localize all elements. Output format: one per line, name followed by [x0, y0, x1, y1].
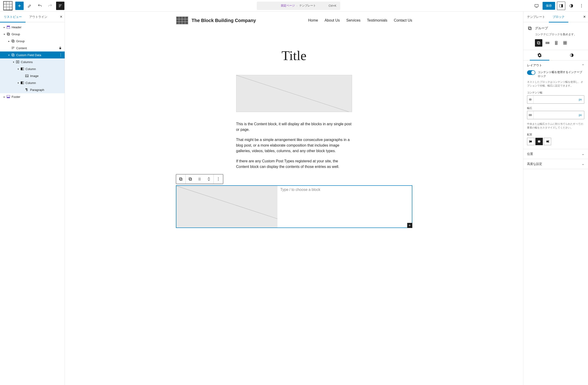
svg-rect-36 [7, 95, 10, 97]
settings-sidebar-toggle[interactable] [557, 2, 565, 10]
document-overview-button[interactable] [56, 2, 64, 10]
content-width-input[interactable] [534, 95, 576, 103]
image-placeholder[interactable] [176, 186, 278, 227]
grid-icon [563, 41, 567, 45]
tree-item-content[interactable]: Content [0, 45, 65, 51]
svg-rect-55 [546, 42, 547, 44]
view-button[interactable] [532, 2, 541, 10]
justify-left-button[interactable] [527, 138, 534, 145]
block-info-section: グループ コンテナにブロックを集めます。 [523, 22, 588, 50]
close-settings-button[interactable]: × [583, 14, 586, 19]
group-icon [11, 53, 15, 57]
tree-item-footer[interactable]: ▸ Footer [0, 93, 65, 100]
block-inserter-button[interactable] [15, 2, 24, 10]
sub-tab-settings[interactable] [523, 50, 556, 60]
more-vertical-icon[interactable] [59, 53, 63, 57]
tree-item-paragraph[interactable]: Paragraph [0, 86, 65, 93]
svg-rect-25 [12, 54, 14, 56]
chevron-down-icon: ▾ [12, 61, 15, 63]
save-button[interactable]: 保存 [543, 2, 555, 10]
svg-rect-61 [564, 41, 565, 43]
svg-rect-35 [22, 82, 24, 84]
svg-rect-24 [12, 54, 14, 56]
sub-tab-styles[interactable] [556, 50, 588, 60]
selected-group-block[interactable]: Type / to choose a block + [176, 185, 412, 228]
tree-item-header[interactable]: ▸ Header [0, 24, 65, 31]
justify-center-button[interactable] [535, 138, 543, 145]
tree-item-group[interactable]: ▸ Group [0, 38, 65, 45]
variation-stack-button[interactable] [552, 39, 560, 47]
undo-button[interactable] [36, 2, 44, 10]
tools-button[interactable] [25, 2, 34, 10]
help-text: ネストしたブロックはコンテンツ幅を使用し、オプションで全幅、幅広に設定できます。 [527, 80, 584, 88]
svg-point-12 [581, 5, 582, 6]
variation-grid-button[interactable] [561, 39, 569, 47]
redo-button[interactable] [46, 2, 54, 10]
select-parent-button[interactable] [186, 174, 195, 184]
svg-rect-19 [12, 40, 14, 42]
tab-block[interactable]: ブロック [549, 12, 568, 22]
block-type-button[interactable] [176, 174, 185, 184]
nav-link[interactable]: Services [346, 18, 360, 23]
editor-canvas[interactable]: The Block Building Company Home About Us… [65, 12, 523, 385]
block-options-button[interactable] [214, 174, 223, 184]
variation-group-button[interactable] [535, 39, 542, 47]
site-logo-button[interactable] [2, 0, 13, 11]
chevron-down-icon: ⌄ [582, 152, 584, 156]
tree-item-column[interactable]: ▾ Column [0, 66, 65, 72]
tree-item-group[interactable]: ▾ Group [0, 31, 65, 38]
move-up-down-button[interactable] [204, 174, 213, 184]
tree-item-columns[interactable]: ▾ Columns [0, 58, 65, 66]
unit-selector[interactable]: px [576, 98, 584, 101]
justify-right-button[interactable] [544, 138, 551, 145]
desktop-icon [534, 3, 539, 8]
layout-section-toggle[interactable]: レイアウト ⌃ [523, 61, 588, 70]
site-title[interactable]: The Block Building Company [192, 18, 256, 23]
svg-rect-34 [21, 82, 22, 84]
toggle-label: コンテント幅を使用するインナーブロック [538, 70, 584, 78]
unit-selector[interactable]: px [576, 113, 584, 117]
nav-link[interactable]: Contact Us [394, 18, 412, 23]
tree-item-image[interactable]: Image [0, 72, 65, 79]
content-paragraph[interactable]: That might be a simple arrangement like … [236, 137, 352, 154]
drag-handle[interactable] [195, 174, 204, 184]
svg-rect-14 [7, 26, 10, 27]
tab-outline[interactable]: アウトライン [25, 12, 51, 22]
nav-link[interactable]: Testimonials [367, 18, 387, 23]
wide-width-icon [527, 111, 534, 119]
tree-item-custom-field-data[interactable]: ▾ Custom Field Data [0, 51, 65, 58]
tab-template[interactable]: テンプレート [523, 12, 549, 22]
document-title-bar[interactable]: 固定ページ · テンプレート Ctrl+K [257, 2, 340, 10]
contrast-icon [569, 3, 574, 8]
position-section-toggle[interactable]: 位置 ⌄ [523, 149, 588, 159]
list-view-icon [58, 4, 62, 8]
nav-link[interactable]: About Us [324, 18, 340, 23]
variation-row-button[interactable] [544, 39, 551, 47]
close-list-view-button[interactable]: × [60, 14, 62, 19]
styles-button[interactable] [567, 2, 575, 10]
tab-list-view[interactable]: リストビュー [0, 12, 25, 22]
nav-link[interactable]: Home [308, 18, 318, 23]
image-placeholder[interactable] [236, 75, 352, 112]
content-paragraph[interactable]: This is the Content block, it will displ… [236, 121, 352, 133]
site-logo-icon[interactable] [176, 16, 189, 24]
add-block-button[interactable]: + [407, 223, 412, 228]
wide-width-input[interactable] [534, 111, 576, 119]
chevron-up-icon: ⌃ [582, 64, 584, 67]
more-vertical-icon [579, 3, 584, 8]
tree-item-column[interactable]: ▾ Column [0, 79, 65, 86]
block-tree: ▸ Header ▾ Group ▸ [0, 22, 65, 385]
column-image[interactable] [176, 186, 278, 227]
page-title[interactable]: Title [176, 48, 412, 63]
column-paragraph[interactable]: Type / to choose a block [277, 186, 412, 227]
undo-icon [38, 3, 42, 8]
svg-rect-32 [22, 68, 24, 70]
content-paragraph[interactable]: If there are any Custom Post Types regis… [236, 159, 352, 170]
svg-rect-18 [12, 40, 14, 42]
advanced-section-toggle[interactable]: 高度な設定 ⌄ [523, 159, 588, 169]
content-width-icon [527, 95, 534, 103]
options-button[interactable] [577, 2, 586, 10]
row-icon [545, 41, 550, 45]
inner-blocks-toggle[interactable] [527, 70, 535, 75]
svg-rect-41 [189, 178, 191, 181]
